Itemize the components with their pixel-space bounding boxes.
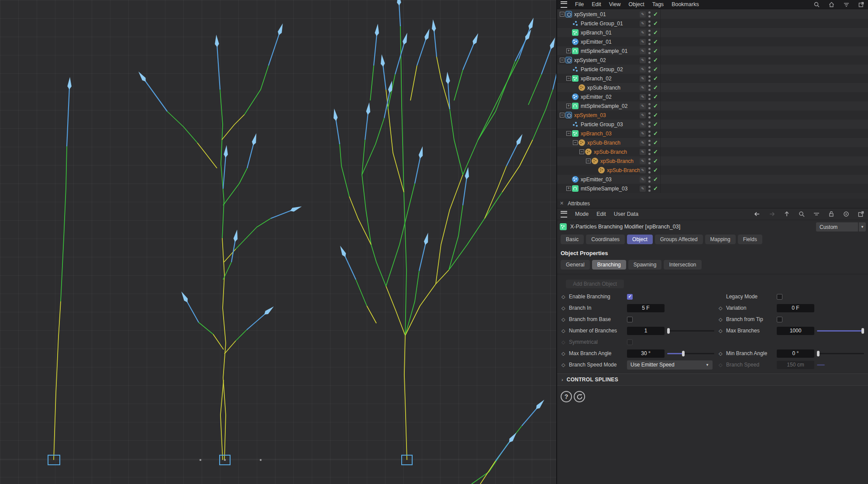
edit-pencil-icon[interactable]: ✎ <box>640 103 646 109</box>
enabled-check-icon[interactable]: ✓ <box>653 29 658 36</box>
tab-intersection[interactable]: Intersection <box>664 260 701 270</box>
collapse-icon[interactable]: − <box>560 113 565 118</box>
back-icon[interactable] <box>754 211 761 218</box>
keyframe-diamond-icon[interactable]: ◇ <box>561 362 565 368</box>
edit-pencil-icon[interactable]: ✎ <box>640 48 646 54</box>
max-branches-field[interactable]: 1000 <box>777 327 814 335</box>
attr-menu-mode[interactable]: Mode <box>575 211 589 217</box>
keyframe-diamond-icon[interactable]: ◇ <box>719 305 722 311</box>
visibility-dots-icon[interactable] <box>648 131 651 137</box>
collapse-box[interactable]: − <box>560 58 565 62</box>
tree-item-xpbranch-02[interactable]: −xpBranch_02✎✓ <box>557 74 868 83</box>
forward-icon[interactable] <box>768 211 775 218</box>
enabled-check-icon[interactable]: ✓ <box>653 57 658 63</box>
om-menu-object[interactable]: Object <box>629 1 644 7</box>
enabled-check-icon[interactable]: ✓ <box>653 38 658 45</box>
expand-box[interactable]: + <box>566 48 571 53</box>
om-menu-edit[interactable]: Edit <box>592 1 601 7</box>
up-icon[interactable] <box>783 211 790 218</box>
min-branch-angle-slider[interactable] <box>817 351 864 356</box>
branch-from-tip-checkbox[interactable] <box>777 317 782 322</box>
visibility-dots-icon[interactable] <box>648 112 651 118</box>
edit-pencil-icon[interactable]: ✎ <box>640 186 646 192</box>
edit-pencil-icon[interactable]: ✎ <box>640 85 646 91</box>
tab-general[interactable]: General <box>561 260 590 270</box>
edit-pencil-icon[interactable]: ✎ <box>640 112 646 118</box>
tree-item-xpsystem-03[interactable]: −xpSystem_03✎✓ <box>557 111 868 120</box>
keyframe-diamond-icon[interactable]: ◇ <box>561 317 565 322</box>
tree-item-mtsplinesample-01[interactable]: +mtSplineSample_01✎✓ <box>557 46 868 55</box>
search-icon[interactable] <box>798 211 805 218</box>
max-branch-angle-field[interactable]: 30 ° <box>627 349 665 358</box>
tree-item-xpemitter-03[interactable]: xpEmitter_03✎✓ <box>557 175 868 184</box>
visibility-dots-icon[interactable] <box>648 186 651 192</box>
attributes-hamburger-icon[interactable] <box>561 211 567 218</box>
tree-item-xpsub-branch[interactable]: xpSub-Branch✎✓ <box>557 166 868 175</box>
visibility-dots-icon[interactable] <box>648 11 651 17</box>
visibility-dots-icon[interactable] <box>648 167 651 173</box>
tree-item-mtsplinesample-03[interactable]: +mtSplineSample_03✎✓ <box>557 184 868 193</box>
enabled-check-icon[interactable]: ✓ <box>653 158 658 164</box>
slider-handle[interactable] <box>682 351 685 356</box>
expand-icon[interactable]: + <box>566 104 572 108</box>
tab-object[interactable]: Object <box>627 235 653 244</box>
edit-pencil-icon[interactable]: ✎ <box>640 39 646 45</box>
tree-item-xpsystem-01[interactable]: −xpSystem_01✎✓ <box>557 10 868 19</box>
edit-pencil-icon[interactable]: ✎ <box>640 21 646 27</box>
expand-box[interactable]: + <box>566 186 571 191</box>
expand-box[interactable]: + <box>566 104 571 108</box>
max-branch-angle-slider[interactable] <box>667 351 714 356</box>
popout-icon[interactable] <box>858 211 865 218</box>
keyframe-diamond-icon[interactable]: ◇ <box>719 351 722 356</box>
add-branch-object-button[interactable]: Add Branch Object <box>566 280 624 288</box>
visibility-dots-icon[interactable] <box>648 149 651 155</box>
visibility-dots-icon[interactable] <box>648 85 651 91</box>
om-menu-tags[interactable]: Tags <box>652 1 664 7</box>
tab-mapping[interactable]: Mapping <box>705 235 736 244</box>
collapse-box[interactable]: − <box>566 131 571 136</box>
edit-pencil-icon[interactable]: ✎ <box>640 30 646 36</box>
collapse-box[interactable]: − <box>560 113 565 118</box>
keyframe-diamond-icon[interactable]: ◇ <box>561 339 565 345</box>
keyframe-diamond-icon[interactable]: ◇ <box>561 351 565 356</box>
visibility-dots-icon[interactable] <box>648 57 651 63</box>
tree-item-xpsystem-02[interactable]: −xpSystem_02✎✓ <box>557 55 868 65</box>
keyframe-diamond-icon[interactable]: ◇ <box>719 362 722 368</box>
tree-item-xpemitter-01[interactable]: xpEmitter_01✎✓ <box>557 37 868 46</box>
reset-icon[interactable] <box>574 391 585 402</box>
edit-pencil-icon[interactable]: ✎ <box>640 176 646 183</box>
edit-pencil-icon[interactable]: ✎ <box>640 158 646 164</box>
collapse-icon[interactable]: − <box>573 140 579 145</box>
branch-speed-field[interactable]: 150 cm <box>777 361 814 369</box>
keyframe-diamond-icon[interactable]: ◇ <box>561 294 565 300</box>
branch-in-field[interactable]: 5 F <box>627 304 665 312</box>
visibility-dots-icon[interactable] <box>648 103 651 109</box>
symmetrical-checkbox[interactable] <box>627 339 633 345</box>
edit-pencil-icon[interactable]: ✎ <box>640 121 646 128</box>
visibility-dots-icon[interactable] <box>648 30 651 36</box>
close-icon[interactable]: ✕ <box>560 201 564 206</box>
enabled-check-icon[interactable]: ✓ <box>653 185 658 192</box>
enabled-check-icon[interactable]: ✓ <box>653 149 658 155</box>
custom-preset-dropdown-arrow[interactable]: ▼ <box>858 222 866 232</box>
enabled-check-icon[interactable]: ✓ <box>653 75 658 82</box>
edit-pencil-icon[interactable]: ✎ <box>640 167 646 173</box>
custom-preset-dropdown[interactable]: Custom <box>816 222 858 232</box>
search-icon[interactable] <box>813 1 820 8</box>
enabled-check-icon[interactable]: ✓ <box>653 176 658 183</box>
collapse-box[interactable]: − <box>566 76 571 81</box>
max-branches-slider[interactable] <box>817 328 864 334</box>
tab-spawning[interactable]: Spawning <box>628 260 662 270</box>
edit-pencil-icon[interactable]: ✎ <box>640 94 646 100</box>
collapse-icon[interactable]: − <box>566 76 572 81</box>
collapse-box[interactable]: − <box>573 140 578 145</box>
expand-icon[interactable]: + <box>566 48 572 53</box>
legacy-mode-checkbox[interactable] <box>777 294 782 300</box>
tree-item-mtsplinesample-02[interactable]: +mtSplineSample_02✎✓ <box>557 101 868 111</box>
number-of-branches-slider[interactable] <box>667 328 714 334</box>
keyframe-diamond-icon[interactable]: ◇ <box>561 328 565 334</box>
visibility-dots-icon[interactable] <box>648 140 651 146</box>
tree-item-xpbranch-03[interactable]: −xpBranch_03✎✓ <box>557 129 868 138</box>
3d-viewport[interactable] <box>0 0 557 484</box>
enabled-check-icon[interactable]: ✓ <box>653 130 658 137</box>
